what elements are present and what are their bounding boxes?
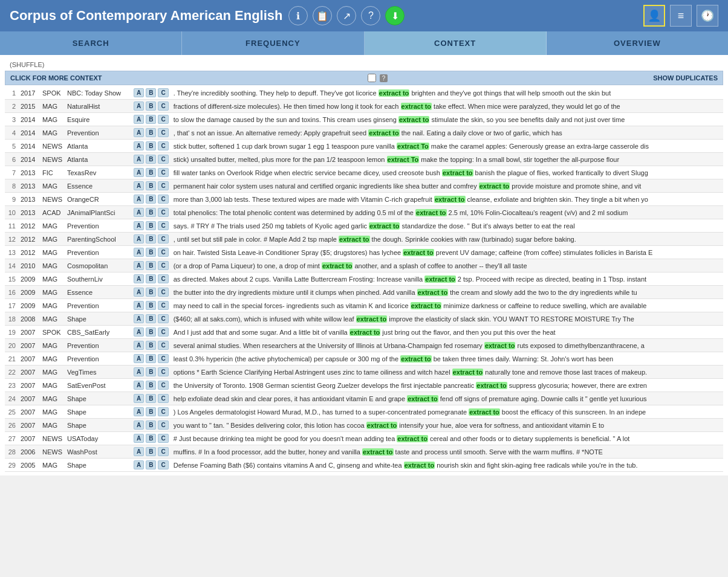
tab-context[interactable]: CONTEXT: [365, 31, 547, 55]
abc-b-button[interactable]: B: [146, 394, 156, 403]
abc-a-button[interactable]: A: [134, 195, 144, 204]
row-context-text[interactable]: Defense Foaming Bath ($6) contains vitam…: [171, 459, 723, 472]
tab-overview[interactable]: OVERVIEW: [547, 31, 728, 55]
abc-b-button[interactable]: B: [146, 274, 156, 283]
abc-a-button[interactable]: A: [134, 301, 144, 310]
row-context-text[interactable]: says. # TRY # The trials used 250 mg tab…: [171, 219, 723, 233]
abc-a-button[interactable]: A: [134, 407, 144, 416]
abc-c-button[interactable]: C: [158, 381, 168, 390]
abc-c-button[interactable]: C: [158, 407, 168, 416]
row-context-text[interactable]: . They're incredibly soothing. They help…: [171, 86, 723, 100]
row-context-text[interactable]: (or a drop of Pama Liqueur) to one, a dr…: [171, 259, 723, 272]
menu-icon[interactable]: ≡: [670, 5, 692, 27]
abc-a-button[interactable]: A: [134, 341, 144, 350]
abc-b-button[interactable]: B: [146, 141, 156, 150]
abc-a-button[interactable]: A: [134, 288, 144, 297]
row-context-text[interactable]: the University of Toronto. 1908 German s…: [171, 379, 723, 392]
row-context-text[interactable]: muffins. # In a food processor, add the …: [171, 445, 723, 459]
abc-c-button[interactable]: C: [158, 221, 168, 230]
abc-c-button[interactable]: C: [158, 460, 168, 469]
row-context-text[interactable]: ) Los Angeles dermatologist Howard Murad…: [171, 405, 723, 419]
row-context-text[interactable]: the butter into the dry ingredients mixt…: [171, 286, 723, 299]
abc-b-button[interactable]: B: [146, 354, 156, 363]
row-context-text[interactable]: total phenolics: The total phenolic cont…: [171, 206, 723, 219]
abc-b-button[interactable]: B: [146, 407, 156, 416]
abc-b-button[interactable]: B: [146, 421, 156, 430]
abc-a-button[interactable]: A: [134, 421, 144, 430]
abc-a-button[interactable]: A: [134, 261, 144, 270]
abc-c-button[interactable]: C: [158, 327, 168, 337]
row-context-text[interactable]: to slow the damage caused by the sun and…: [171, 113, 723, 126]
abc-a-button[interactable]: A: [134, 460, 144, 469]
abc-c-button[interactable]: C: [158, 354, 168, 363]
abc-b-button[interactable]: B: [146, 102, 156, 111]
row-context-text[interactable]: may need to call in the special forces- …: [171, 299, 723, 312]
show-duplicates-button[interactable]: SHOW DUPLICATES: [653, 74, 718, 82]
row-context-text[interactable]: fractions of different-size molecules). …: [171, 100, 723, 113]
abc-c-button[interactable]: C: [158, 341, 168, 350]
tab-frequency[interactable]: FREQUENCY: [182, 31, 364, 55]
abc-c-button[interactable]: C: [158, 434, 168, 443]
abc-c-button[interactable]: C: [158, 447, 168, 456]
abc-a-button[interactable]: A: [134, 181, 144, 190]
user-icon[interactable]: 👤: [643, 5, 665, 27]
abc-c-button[interactable]: C: [158, 115, 168, 124]
abc-c-button[interactable]: C: [158, 274, 168, 283]
abc-b-button[interactable]: B: [146, 128, 156, 137]
abc-b-button[interactable]: B: [146, 221, 156, 230]
help-icon[interactable]: ?: [361, 6, 380, 25]
abc-b-button[interactable]: B: [146, 341, 156, 350]
row-context-text[interactable]: help exfoliate dead skin and clear pores…: [171, 392, 723, 405]
abc-b-button[interactable]: B: [146, 301, 156, 310]
abc-b-button[interactable]: B: [146, 381, 156, 390]
abc-a-button[interactable]: A: [134, 314, 144, 323]
row-context-text[interactable]: more than 3,000 lab tests. These texture…: [171, 193, 723, 206]
abc-a-button[interactable]: A: [134, 367, 144, 376]
abc-c-button[interactable]: C: [158, 288, 168, 297]
abc-c-button[interactable]: C: [158, 234, 168, 243]
abc-b-button[interactable]: B: [146, 460, 156, 469]
abc-c-button[interactable]: C: [158, 421, 168, 430]
abc-b-button[interactable]: B: [146, 248, 156, 257]
abc-b-button[interactable]: B: [146, 434, 156, 443]
abc-a-button[interactable]: A: [134, 354, 144, 363]
abc-a-button[interactable]: A: [134, 88, 144, 97]
abc-a-button[interactable]: A: [134, 208, 144, 217]
row-context-text[interactable]: you want to " tan. " Besides delivering …: [171, 419, 723, 432]
download-icon[interactable]: ⬇: [385, 6, 405, 25]
row-context-text[interactable]: stick butter, softened 1 cup dark brown …: [171, 140, 723, 153]
abc-c-button[interactable]: C: [158, 181, 168, 190]
abc-b-button[interactable]: B: [146, 314, 156, 323]
row-context-text[interactable]: # Just because drinking tea might be goo…: [171, 432, 723, 445]
abc-c-button[interactable]: C: [158, 141, 168, 150]
row-context-text[interactable]: ($460; all at saks.com), which is infuse…: [171, 312, 723, 326]
abc-a-button[interactable]: A: [134, 234, 144, 243]
abc-c-button[interactable]: C: [158, 128, 168, 137]
abc-c-button[interactable]: C: [158, 102, 168, 111]
abc-b-button[interactable]: B: [146, 115, 156, 124]
abc-a-button[interactable]: A: [134, 221, 144, 230]
abc-c-button[interactable]: C: [158, 88, 168, 97]
abc-b-button[interactable]: B: [146, 288, 156, 297]
abc-b-button[interactable]: B: [146, 234, 156, 243]
abc-b-button[interactable]: B: [146, 367, 156, 376]
row-context-text[interactable]: fill water tanks on Overlook Ridge when …: [171, 166, 723, 179]
abc-b-button[interactable]: B: [146, 168, 156, 177]
abc-c-button[interactable]: C: [158, 248, 168, 257]
abc-b-button[interactable]: B: [146, 208, 156, 217]
abc-c-button[interactable]: C: [158, 208, 168, 217]
row-context-text[interactable]: stick) unsalted butter, melted, plus mor…: [171, 153, 723, 166]
abc-a-button[interactable]: A: [134, 327, 144, 337]
abc-b-button[interactable]: B: [146, 447, 156, 456]
export-icon[interactable]: ↗: [337, 6, 356, 25]
abc-c-button[interactable]: C: [158, 367, 168, 376]
abc-c-button[interactable]: C: [158, 314, 168, 323]
abc-a-button[interactable]: A: [134, 168, 144, 177]
abc-c-button[interactable]: C: [158, 301, 168, 310]
abc-a-button[interactable]: A: [134, 248, 144, 257]
abc-a-button[interactable]: A: [134, 115, 144, 124]
row-context-text[interactable]: on hair. Twisted Sista Leave-in Conditio…: [171, 246, 723, 259]
history-icon[interactable]: 🕐: [697, 5, 718, 27]
abc-c-button[interactable]: C: [158, 261, 168, 270]
row-context-text[interactable]: options * Earth Science Clarifying Herba…: [171, 366, 723, 379]
